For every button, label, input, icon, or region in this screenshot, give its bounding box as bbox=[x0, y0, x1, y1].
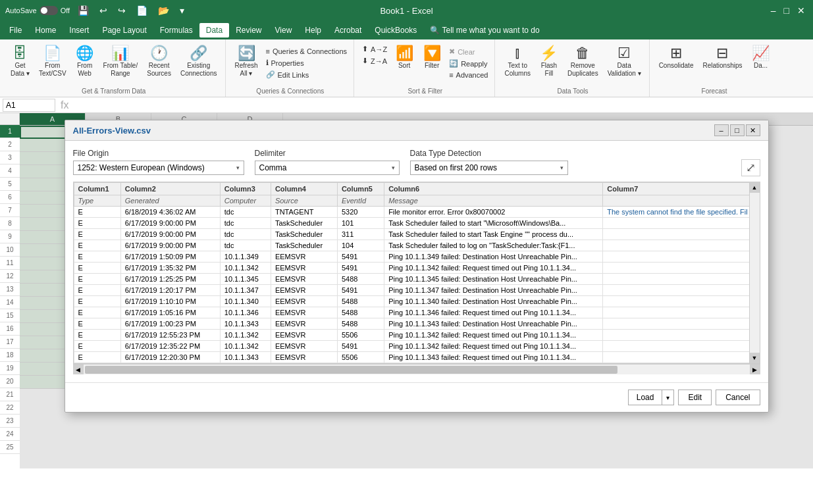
properties-button[interactable]: ℹ Properties bbox=[263, 57, 350, 68]
menu-bar: File Home Insert Page Layout Formulas Da… bbox=[0, 21, 813, 39]
redo-icon[interactable]: ↪ bbox=[115, 4, 128, 17]
text-to-columns-button[interactable]: ⫿ Text toColumns bbox=[500, 43, 534, 80]
horizontal-scrollbar[interactable]: ◀ ▶ bbox=[73, 364, 760, 374]
sort-za-button[interactable]: ⬇ Z→A bbox=[359, 55, 390, 66]
menu-view[interactable]: View bbox=[269, 23, 299, 38]
consolidate-icon: ⊞ bbox=[670, 46, 682, 61]
vertical-scrollbar[interactable]: ▲ ▼ bbox=[749, 182, 760, 363]
existing-connections-label: ExistingConnections bbox=[180, 62, 217, 78]
edit-links-button[interactable]: 🔗 Edit Links bbox=[263, 69, 350, 80]
dialog-maximize-button[interactable]: □ bbox=[730, 124, 745, 136]
sort-az-button[interactable]: ⬆ A→Z bbox=[359, 43, 390, 55]
customize-icon[interactable]: ▾ bbox=[177, 4, 187, 17]
h-scroll-thumb[interactable] bbox=[85, 366, 618, 374]
menu-insert[interactable]: Insert bbox=[63, 23, 95, 38]
scroll-left-button[interactable]: ◀ bbox=[73, 365, 84, 374]
row-header-3: 3 bbox=[0, 151, 20, 164]
menu-data[interactable]: Data bbox=[199, 23, 229, 38]
new-icon[interactable]: 📄 bbox=[134, 4, 150, 17]
scroll-up-button[interactable]: ▲ bbox=[750, 182, 760, 193]
table-cell bbox=[603, 352, 759, 363]
dialog-close-button[interactable]: ✕ bbox=[746, 124, 760, 136]
load-button[interactable]: Load bbox=[628, 390, 662, 405]
queries-buttons: 🔄 RefreshAll ▾ ≡ Queries & Connections ℹ… bbox=[231, 43, 350, 88]
data-analysis-button[interactable]: 📈 Da... bbox=[747, 43, 774, 72]
filter-button[interactable]: 🔽 Filter bbox=[419, 43, 445, 72]
from-table-range-button[interactable]: 📊 From Table/Range bbox=[99, 43, 142, 80]
table-row: E6/17/2019 12:55:23 PM10.1.1.342EEMSVR55… bbox=[74, 330, 759, 341]
data-type-group: Data Type Detection Based on first 200 r… bbox=[410, 149, 568, 175]
table-cell: Ping 10.1.1.345 failed: Destination Host… bbox=[384, 274, 603, 285]
consolidate-button[interactable]: ⊞ Consolidate bbox=[655, 43, 698, 72]
reapply-button[interactable]: 🔄 Reapply bbox=[446, 58, 490, 69]
file-origin-select[interactable]: 1252: Western European (Windows) ▾ bbox=[73, 161, 244, 175]
row-number-column: 1 2 3 4 5 6 7 8 9 10 11 12 13 14 15 16 1… bbox=[0, 113, 20, 468]
table-cell: 6/17/2019 12:20:30 PM bbox=[120, 352, 220, 363]
table-cell: Task Scheduler failed to log on "TaskSch… bbox=[384, 240, 603, 251]
menu-quickbooks[interactable]: QuickBooks bbox=[368, 23, 423, 38]
header-cell: Computer bbox=[220, 195, 271, 207]
from-web-button[interactable]: 🌐 FromWeb bbox=[72, 43, 98, 80]
data-type-select[interactable]: Based on first 200 rows ▾ bbox=[410, 161, 568, 175]
menu-formulas[interactable]: Formulas bbox=[153, 23, 199, 38]
table-row: E6/17/2019 1:00:23 PM10.1.1.343EEMSVR548… bbox=[74, 318, 759, 330]
menu-file[interactable]: File bbox=[3, 23, 28, 38]
recent-sources-label: RecentSources bbox=[147, 62, 171, 78]
table-cell bbox=[603, 229, 759, 240]
get-data-button[interactable]: 🗄 GetData ▾ bbox=[7, 43, 34, 80]
preview-table-container: Column1 Column2 Column3 Column4 Column5 … bbox=[73, 182, 760, 364]
existing-connections-button[interactable]: 🔗 ExistingConnections bbox=[176, 43, 221, 80]
refresh-all-button[interactable]: 🔄 RefreshAll ▾ bbox=[231, 43, 262, 80]
menu-help[interactable]: Help bbox=[298, 23, 328, 38]
row-header-25: 25 bbox=[0, 441, 20, 454]
preview-scroll-area[interactable]: Column1 Column2 Column3 Column4 Column5 … bbox=[74, 182, 760, 363]
preview-expand-icon[interactable]: ⤢ bbox=[741, 159, 760, 176]
minimize-button[interactable]: – bbox=[768, 4, 779, 17]
table-cell: 10.1.1.349 bbox=[220, 251, 271, 263]
load-arrow-button[interactable]: ▾ bbox=[662, 390, 674, 405]
advanced-button[interactable]: ≡ Advanced bbox=[446, 70, 490, 80]
edit-button[interactable]: Edit bbox=[678, 390, 712, 405]
table-cell: 5491 bbox=[337, 341, 384, 352]
save-icon[interactable]: 💾 bbox=[75, 4, 92, 17]
menu-home[interactable]: Home bbox=[28, 23, 63, 38]
row-header-4: 4 bbox=[0, 164, 20, 178]
relationships-button[interactable]: ⊟ Relationships bbox=[698, 43, 746, 72]
table-cell: Ping 10.1.1.346 failed: Request timed ou… bbox=[384, 307, 603, 318]
cell-reference-box[interactable] bbox=[3, 99, 55, 112]
autosave-toggle[interactable] bbox=[39, 6, 58, 15]
remove-duplicates-button[interactable]: 🗑 RemoveDuplicates bbox=[564, 43, 602, 80]
get-data-icon: 🗄 bbox=[13, 46, 27, 61]
queries-connections-button[interactable]: ≡ Queries & Connections bbox=[263, 46, 350, 57]
flash-fill-button[interactable]: ⚡ FlashFill bbox=[536, 43, 562, 80]
maximize-button[interactable]: □ bbox=[781, 4, 792, 17]
table-cell: E bbox=[74, 330, 120, 341]
scroll-right-button[interactable]: ▶ bbox=[750, 365, 760, 374]
close-button[interactable]: ✕ bbox=[795, 4, 808, 17]
menu-tell-me[interactable]: 🔍 Tell me what you want to do bbox=[423, 23, 546, 38]
table-cell: 6/17/2019 1:20:17 PM bbox=[120, 285, 220, 296]
file-origin-label: File Origin bbox=[73, 149, 244, 158]
menu-acrobat[interactable]: Acrobat bbox=[328, 23, 368, 38]
menu-page-layout[interactable]: Page Layout bbox=[95, 23, 153, 38]
undo-icon[interactable]: ↩ bbox=[97, 4, 110, 17]
cancel-button[interactable]: Cancel bbox=[716, 390, 760, 405]
clear-button[interactable]: ✖ Clear bbox=[446, 46, 490, 57]
table-cell bbox=[603, 318, 759, 330]
from-text-csv-button[interactable]: 📄 FromText/CSV bbox=[35, 43, 70, 80]
open-icon[interactable]: 📂 bbox=[155, 4, 172, 17]
row-header-22: 22 bbox=[0, 401, 20, 415]
sort-button[interactable]: 📶 Sort bbox=[391, 43, 417, 72]
delimiter-select[interactable]: Comma ▾ bbox=[255, 161, 400, 175]
recent-sources-button[interactable]: 🕐 RecentSources bbox=[143, 43, 175, 80]
table-cell: EEMSVR bbox=[271, 274, 337, 285]
dialog-minimize-button[interactable]: – bbox=[714, 124, 729, 136]
data-validation-icon: ☑ bbox=[617, 46, 631, 61]
scroll-down-button[interactable]: ▼ bbox=[750, 353, 760, 363]
data-validation-button[interactable]: ☑ DataValidation ▾ bbox=[604, 43, 645, 80]
table-cell: E bbox=[74, 218, 120, 229]
menu-review[interactable]: Review bbox=[229, 23, 268, 38]
table-row: E6/17/2019 9:00:00 PMtdcTaskScheduler311… bbox=[74, 229, 759, 240]
dialog-form-row: File Origin 1252: Western European (Wind… bbox=[73, 149, 760, 175]
data-validation-label: DataValidation ▾ bbox=[608, 62, 641, 78]
